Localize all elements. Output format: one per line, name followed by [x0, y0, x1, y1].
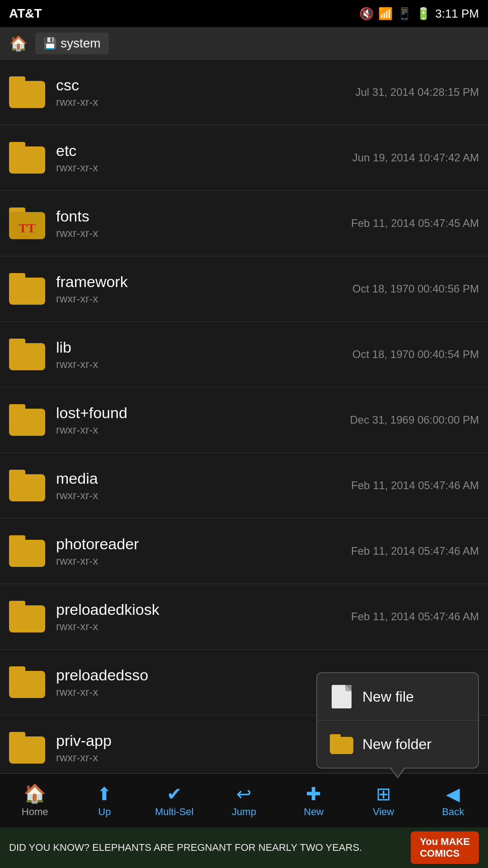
folder-icon [9, 404, 45, 436]
nav-btn-home[interactable]: 🏠Home [0, 774, 70, 827]
file-perms: rwxr-xr-x [56, 96, 355, 108]
file-date: Jun 19, 2014 10:47:42 AM [352, 151, 479, 164]
list-item[interactable]: cscrwxr-xr-xJul 31, 2014 04:28:15 PM [0, 60, 488, 125]
nav-btn-new[interactable]: ✚New [279, 774, 348, 827]
file-date: Feb 11, 2014 05:47:46 AM [351, 545, 479, 557]
ad-cta[interactable]: You MAKECOMICS [411, 831, 479, 864]
list-item[interactable]: preloadedkioskrwxr-xr-xFeb 11, 2014 05:4… [0, 584, 488, 650]
new-folder-label: New folder [362, 736, 432, 753]
path-bar: 🏠 💾 system [0, 27, 488, 60]
file-info: frameworkrwxr-xr-x [56, 273, 352, 305]
folder-icon [9, 470, 45, 501]
nav-btn-multi-sel[interactable]: ✔Multi-Sel [140, 774, 209, 827]
new-file-icon [330, 685, 353, 708]
wifi-icon: 📶 [378, 7, 393, 21]
home-nav-icon: 🏠 [23, 783, 46, 804]
file-name: fonts [56, 208, 351, 225]
file-name: csc [56, 76, 355, 94]
folder-icon [9, 273, 45, 305]
file-perms: rwxr-xr-x [56, 161, 352, 174]
bluetooth-off-icon: 🔇 [359, 7, 374, 21]
new-nav-label: New [304, 806, 324, 818]
signal-icon: 📱 [397, 7, 412, 21]
ad-text: DID YOU KNOW? ELEPHANTS ARE PREGNANT FOR… [9, 842, 402, 854]
file-perms: rwxr-xr-x [56, 751, 352, 764]
path-name: system [61, 36, 101, 51]
file-date: Feb 11, 2014 05:47:46 AM [351, 479, 479, 492]
ad-content: DID YOU KNOW? ELEPHANTS ARE PREGNANT FOR… [0, 831, 488, 864]
file-info: lost+foundrwxr-xr-x [56, 404, 350, 436]
file-date: Oct 18, 1970 00:40:54 PM [352, 348, 479, 361]
file-date: Dec 31, 1969 06:00:00 PM [350, 414, 479, 426]
time-label: 3:11 PM [435, 7, 479, 21]
folder-icon: TT [9, 208, 45, 239]
ad-bar: DID YOU KNOW? ELEPHANTS ARE PREGNANT FOR… [0, 827, 488, 868]
list-item[interactable]: TTfontsrwxr-xr-xFeb 11, 2014 05:47:45 AM [0, 191, 488, 256]
new-nav-icon: ✚ [306, 783, 321, 804]
file-perms: rwxr-xr-x [56, 227, 351, 240]
up-nav-label: Up [98, 806, 111, 818]
bottom-nav-bar: 🏠Home⬆Up✔Multi-Sel↩Jump✚New⊞View◀Back [0, 773, 488, 827]
nav-btn-jump[interactable]: ↩Jump [209, 774, 279, 827]
file-perms: rwxr-xr-x [56, 358, 352, 371]
nav-btn-up[interactable]: ⬆Up [70, 774, 139, 827]
multi-sel-nav-icon: ✔ [167, 783, 182, 804]
file-info: photoreaderrwxr-xr-x [56, 535, 351, 567]
home-path-icon: 🏠 [9, 35, 28, 52]
home-path-button[interactable]: 🏠 [7, 32, 30, 55]
file-name: media [56, 470, 351, 487]
file-list: cscrwxr-xr-xJul 31, 2014 04:28:15 PMetcr… [0, 60, 488, 773]
new-folder-icon [330, 732, 353, 756]
list-item[interactable]: librwxr-xr-xOct 18, 1970 00:40:54 PM [0, 322, 488, 387]
list-item[interactable]: mediarwxr-xr-xFeb 11, 2014 05:47:46 AM [0, 453, 488, 519]
nav-btn-back[interactable]: ◀Back [418, 774, 488, 827]
new-file-button[interactable]: New file [317, 673, 478, 721]
file-name: lib [56, 339, 352, 356]
file-info: preloadedkioskrwxr-xr-x [56, 601, 351, 633]
file-info: etcrwxr-xr-x [56, 142, 352, 174]
file-name: photoreader [56, 535, 351, 553]
file-perms: rwxr-xr-x [56, 292, 352, 305]
folder-icon [9, 732, 45, 764]
file-name: lost+found [56, 404, 350, 422]
folder-icon [9, 535, 45, 567]
file-name: priv-app [56, 732, 352, 750]
file-info: priv-apprwxr-xr-x [56, 732, 352, 764]
list-item[interactable]: frameworkrwxr-xr-xOct 18, 1970 00:40:56 … [0, 256, 488, 322]
home-nav-label: Home [22, 806, 48, 818]
up-nav-icon: ⬆ [97, 783, 112, 804]
file-info: cscrwxr-xr-x [56, 76, 355, 108]
file-name: framework [56, 273, 352, 291]
status-bar: AT&T 🔇 📶 📱 🔋 3:11 PM [0, 0, 488, 27]
file-info: mediarwxr-xr-x [56, 470, 351, 502]
popup-tail [389, 768, 406, 778]
list-item[interactable]: etcrwxr-xr-xJun 19, 2014 10:47:42 AM [0, 125, 488, 191]
file-name: etc [56, 142, 352, 160]
file-name: preloadedkiosk [56, 601, 351, 618]
path-segment-system[interactable]: 💾 system [35, 33, 109, 54]
view-nav-icon: ⊞ [376, 783, 391, 804]
file-perms: rwxr-xr-x [56, 424, 350, 436]
folder-icon [9, 339, 45, 370]
file-perms: rwxr-xr-x [56, 555, 351, 567]
new-folder-button[interactable]: New folder [317, 721, 478, 768]
view-nav-label: View [373, 806, 394, 818]
multi-sel-nav-label: Multi-Sel [155, 806, 194, 818]
file-info: fontsrwxr-xr-x [56, 208, 351, 240]
popup-menu: New file New folder [316, 672, 479, 769]
file-perms: rwxr-xr-x [56, 620, 351, 633]
list-item[interactable]: lost+foundrwxr-xr-xDec 31, 1969 06:00:00… [0, 387, 488, 453]
storage-icon: 💾 [43, 37, 57, 50]
carrier-label: AT&T [9, 6, 42, 21]
file-date: Oct 18, 1970 00:40:56 PM [352, 283, 479, 295]
file-info: librwxr-xr-x [56, 339, 352, 371]
jump-nav-icon: ↩ [236, 783, 252, 804]
folder-icon [9, 666, 45, 698]
jump-nav-label: Jump [232, 806, 256, 818]
nav-btn-view[interactable]: ⊞View [348, 774, 418, 827]
list-item[interactable]: photoreaderrwxr-xr-xFeb 11, 2014 05:47:4… [0, 519, 488, 584]
file-date: Feb 11, 2014 05:47:45 AM [351, 217, 479, 230]
folder-icon [9, 142, 45, 174]
back-nav-icon: ◀ [446, 783, 460, 804]
status-icons: 🔇 📶 📱 🔋 3:11 PM [359, 7, 479, 21]
